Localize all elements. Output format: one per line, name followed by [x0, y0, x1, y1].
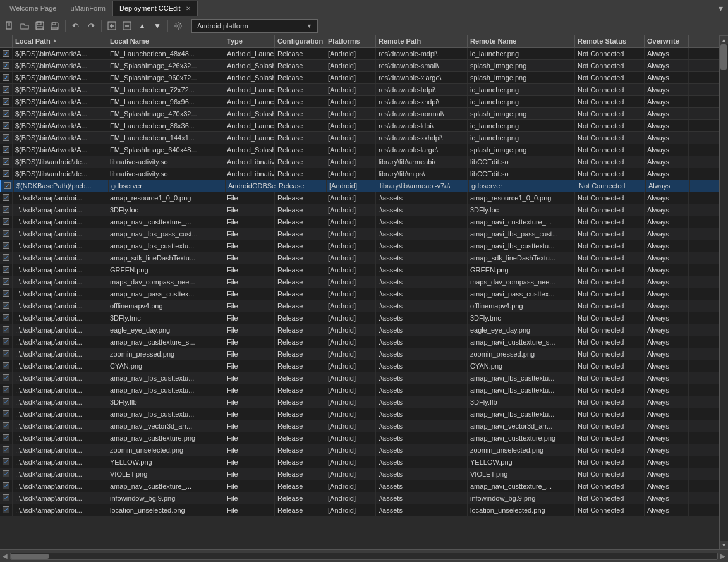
vertical-scrollbar[interactable]: ▲ ▼	[719, 35, 728, 549]
col-header-type[interactable]: Type	[224, 35, 275, 47]
tab-deployment[interactable]: Deployment CCEdit ✕	[112, 1, 198, 16]
row-checkbox[interactable]: ✓	[0, 288, 13, 300]
col-header-config[interactable]: Configuration	[275, 35, 325, 47]
row-checkbox[interactable]: ✓	[0, 156, 13, 168]
checkbox-icon[interactable]: ✓	[3, 422, 9, 429]
checkbox-icon[interactable]: ✓	[3, 398, 9, 405]
checkbox-icon[interactable]: ✓	[3, 50, 9, 57]
delete-button[interactable]	[120, 19, 134, 33]
tab-close-icon[interactable]: ✕	[186, 5, 191, 12]
table-row[interactable]: ✓ $(BDS)\bin\Artwork\A... FM_SplashImage…	[0, 60, 719, 72]
scroll-left-arrow[interactable]: ◀	[3, 553, 8, 559]
checkbox-icon[interactable]: ✓	[3, 338, 9, 345]
row-checkbox[interactable]: ✓	[0, 312, 13, 324]
row-checkbox[interactable]: ✓	[0, 132, 13, 144]
horizontal-scroll-thumb[interactable]	[11, 554, 49, 559]
checkbox-icon[interactable]: ✓	[3, 170, 9, 177]
table-row[interactable]: ✓ ..\.\sdk\amap\androi... amap_resource1…	[0, 192, 719, 204]
col-header-status[interactable]: Remote Status	[575, 35, 645, 47]
save-all-button[interactable]	[48, 19, 62, 33]
checkbox-icon[interactable]: ✓	[3, 218, 9, 225]
row-checkbox[interactable]: ✓	[0, 492, 13, 504]
row-checkbox[interactable]: ✓	[0, 324, 13, 336]
row-checkbox[interactable]: ✓	[0, 252, 13, 264]
move-down-button[interactable]: ▼	[150, 19, 164, 33]
table-row[interactable]: ✓ ..\.\sdk\amap\androi... amap_navi_cust…	[0, 432, 719, 444]
table-row[interactable]: ✓ ..\.\sdk\amap\androi... amap_sdk_lineD…	[0, 252, 719, 264]
checkbox-icon[interactable]: ✓	[3, 350, 9, 357]
scroll-track[interactable]	[720, 44, 728, 541]
horizontal-scrollbar[interactable]	[10, 553, 718, 560]
row-checkbox[interactable]: ✓	[0, 228, 13, 240]
row-checkbox[interactable]: ✓	[0, 384, 13, 396]
platform-select[interactable]: Android platform ▼	[191, 19, 318, 33]
redo-button[interactable]	[84, 19, 98, 33]
checkbox-icon[interactable]: ✓	[3, 434, 9, 441]
table-row[interactable]: ✓ $(BDS)\bin\Artwork\A... FM_SplashImage…	[0, 144, 719, 156]
row-checkbox[interactable]: ✓	[0, 432, 13, 444]
table-row[interactable]: ✓ ..\.\sdk\amap\androi... eagle_eye_day.…	[0, 324, 719, 336]
row-checkbox[interactable]: ✓	[0, 444, 13, 456]
table-row[interactable]: ✓ ..\.\sdk\amap\androi... location_unsel…	[0, 504, 719, 516]
checkbox-icon[interactable]: ✓	[3, 506, 9, 513]
row-checkbox[interactable]: ✓	[0, 300, 13, 312]
row-checkbox[interactable]: ✓	[0, 60, 13, 71]
table-row[interactable]: ✓ ..\.\sdk\amap\androi... amap_navi_cust…	[0, 480, 719, 492]
row-checkbox[interactable]: ✓	[0, 216, 13, 228]
row-checkbox[interactable]: ✓	[0, 456, 13, 468]
checkbox-icon[interactable]: ✓	[3, 494, 9, 501]
table-row[interactable]: ✓ $(BDS)\bin\Artwork\A... FM_SplashImage…	[0, 72, 719, 84]
row-checkbox[interactable]: ✓	[0, 48, 13, 59]
checkbox-icon[interactable]: ✓	[3, 206, 9, 213]
checkbox-icon[interactable]: ✓	[3, 158, 9, 165]
col-header-platforms[interactable]: Platforms	[325, 35, 376, 47]
checkbox-icon[interactable]: ✓	[3, 98, 9, 105]
checkbox-icon[interactable]: ✓	[3, 374, 9, 381]
checkbox-icon[interactable]: ✓	[3, 122, 9, 129]
checkbox-icon[interactable]: ✓	[3, 470, 9, 477]
scroll-right-arrow[interactable]: ▶	[720, 553, 725, 559]
row-checkbox[interactable]: ✓	[0, 396, 13, 408]
row-checkbox[interactable]: ✓	[1, 180, 14, 192]
row-checkbox[interactable]: ✓	[0, 120, 13, 131]
scroll-down-arrow[interactable]: ▼	[720, 541, 729, 549]
checkbox-icon[interactable]: ✓	[3, 482, 9, 489]
row-checkbox[interactable]: ✓	[0, 192, 13, 204]
table-row[interactable]: ✓ ..\.\sdk\amap\androi... offlinemapv4.p…	[0, 300, 719, 312]
row-checkbox[interactable]: ✓	[0, 168, 13, 180]
checkbox-icon[interactable]: ✓	[3, 302, 9, 309]
row-checkbox[interactable]: ✓	[0, 348, 13, 360]
checkbox-icon[interactable]: ✓	[3, 410, 9, 417]
table-row[interactable]: ✓ $(BDS)\lib\android\de... libnative-act…	[0, 168, 719, 180]
table-row[interactable]: ✓ ..\.\sdk\amap\androi... amap_navi_lbs_…	[0, 384, 719, 396]
config-button[interactable]	[171, 19, 185, 33]
checkbox-icon[interactable]: ✓	[3, 362, 9, 369]
col-header-remotename[interactable]: Remote Name	[468, 35, 575, 47]
open-button[interactable]	[18, 19, 32, 33]
table-row[interactable]: ✓ ..\.\sdk\amap\androi... amap_navi_vect…	[0, 420, 719, 432]
row-checkbox[interactable]: ✓	[0, 264, 13, 276]
checkbox-icon[interactable]: ✓	[3, 446, 9, 453]
checkbox-icon[interactable]: ✓	[3, 314, 9, 321]
checkbox-icon[interactable]: ✓	[3, 134, 9, 141]
table-row[interactable]: ✓ ..\.\sdk\amap\androi... YELLOW.png Fil…	[0, 456, 719, 468]
checkbox-icon[interactable]: ✓	[3, 278, 9, 285]
row-checkbox[interactable]: ✓	[0, 420, 13, 432]
table-row[interactable]: ✓ $(BDS)\bin\Artwork\A... FM_LauncherIco…	[0, 132, 719, 144]
table-row[interactable]: ✓ $(NDKBasePath)\preb... gdbserver Andro…	[0, 180, 719, 192]
table-row[interactable]: ✓ ..\.\sdk\amap\androi... amap_navi_lbs_…	[0, 372, 719, 384]
table-row[interactable]: ✓ ..\.\sdk\amap\androi... infowindow_bg.…	[0, 492, 719, 504]
checkbox-icon[interactable]: ✓	[3, 242, 9, 249]
table-row[interactable]: ✓ ..\.\sdk\amap\androi... amap_navi_lbs_…	[0, 228, 719, 240]
row-checkbox[interactable]: ✓	[0, 240, 13, 252]
row-checkbox[interactable]: ✓	[0, 468, 13, 480]
new-button[interactable]	[3, 19, 16, 33]
table-row[interactable]: ✓ ..\.\sdk\amap\androi... zoomin_unselec…	[0, 444, 719, 456]
table-row[interactable]: ✓ $(BDS)\bin\Artwork\A... FM_SplashImage…	[0, 108, 719, 120]
table-row[interactable]: ✓ ..\.\sdk\amap\androi... amap_navi_lbs_…	[0, 408, 719, 420]
checkbox-icon[interactable]: ✓	[3, 266, 9, 273]
checkbox-icon[interactable]: ✓	[3, 326, 9, 333]
scroll-thumb[interactable]	[720, 44, 727, 70]
checkbox-icon[interactable]: ✓	[3, 86, 9, 93]
table-row[interactable]: ✓ ..\.\sdk\amap\androi... amap_navi_cust…	[0, 336, 719, 348]
